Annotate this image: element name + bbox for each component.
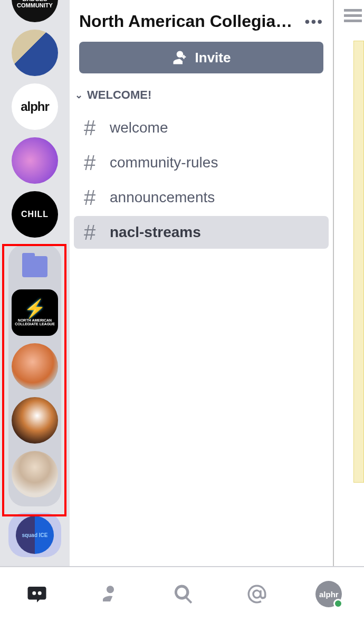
server-ac[interactable] [12, 137, 58, 184]
server-label: squad ICE [22, 532, 48, 538]
server-label: alphr [21, 99, 49, 114]
hash-icon: # [79, 221, 100, 244]
mentions-icon [246, 583, 268, 605]
content-preview-strip [353, 41, 364, 483]
tab-home[interactable] [22, 579, 52, 609]
channel-announcements[interactable]: #announcements [74, 181, 329, 214]
tab-profile[interactable]: alphr [315, 581, 342, 607]
profile-label: alphr [319, 590, 339, 599]
server-elon[interactable] [12, 451, 58, 497]
category-welcome[interactable]: ⌄ WELCOME! [70, 88, 333, 109]
server-folder-open[interactable]: ⚡ NORTH AMERICAN COLLEGIATE LEAGUE [8, 244, 61, 506]
search-icon [173, 583, 195, 605]
server-alphr[interactable]: alphr [12, 83, 58, 130]
hash-icon: # [79, 116, 100, 140]
tab-search[interactable] [169, 579, 198, 609]
invite-person-icon [172, 50, 188, 65]
tab-friends[interactable] [95, 579, 125, 609]
hash-icon: # [79, 186, 100, 210]
folder-head[interactable] [12, 248, 58, 286]
server-anime1[interactable] [12, 343, 58, 390]
friends-icon [99, 583, 121, 605]
invite-label: Invite [195, 50, 231, 66]
channel-welcome[interactable]: #welcome [74, 111, 329, 144]
channel-name: community-rules [110, 154, 218, 171]
more-options-icon[interactable]: ••• [305, 13, 323, 30]
channel-panel: North American Collegia… ••• Invite ⌄ WE… [70, 0, 333, 566]
channel-name: welcome [110, 119, 168, 136]
server-chill[interactable]: CHILL [12, 191, 58, 238]
invite-button[interactable]: Invite [79, 42, 323, 73]
server-discord-badges[interactable]: DISCORD BADGES COMMUNITY [12, 0, 58, 22]
panel-header: North American Collegia… ••• [70, 0, 333, 36]
hamburger-icon[interactable] [344, 0, 364, 25]
channel-name: nacl-streams [110, 224, 201, 241]
folder-icon [22, 256, 47, 277]
server-title[interactable]: North American Collegia… [79, 12, 300, 31]
channel-name: announcements [110, 189, 215, 206]
channel-community-rules[interactable]: #community-rules [74, 146, 329, 179]
server-nacl[interactable]: ⚡ NORTH AMERICAN COLLEGIATE LEAGUE [12, 289, 58, 336]
bottom-tab-bar: alphr [0, 566, 364, 621]
server-label: CHILL [21, 210, 49, 219]
discord-logo-icon [26, 583, 48, 605]
channel-nacl-streams[interactable]: #nacl-streams [74, 216, 329, 249]
tab-mentions[interactable] [242, 579, 272, 609]
category-label: WELCOME! [87, 88, 151, 102]
server-anime2[interactable] [12, 397, 58, 444]
status-online-icon [333, 599, 343, 608]
server-ginger[interactable] [12, 30, 58, 76]
chevron-down-icon: ⌄ [75, 89, 83, 101]
server-folder-closed[interactable]: squad ICE [8, 513, 61, 557]
server-label: NORTH AMERICAN COLLEGIATE LEAGUE [12, 318, 58, 326]
hash-icon: # [79, 151, 100, 175]
bolt-icon: ⚡ [24, 299, 46, 317]
right-pane-sliver [333, 0, 364, 566]
server-label: DISCORD BADGES COMMUNITY [12, 0, 58, 8]
server-squad[interactable]: squad ICE [16, 516, 54, 554]
server-rail: DISCORD BADGES COMMUNITY alphr CHILL ⚡ N… [0, 0, 70, 566]
